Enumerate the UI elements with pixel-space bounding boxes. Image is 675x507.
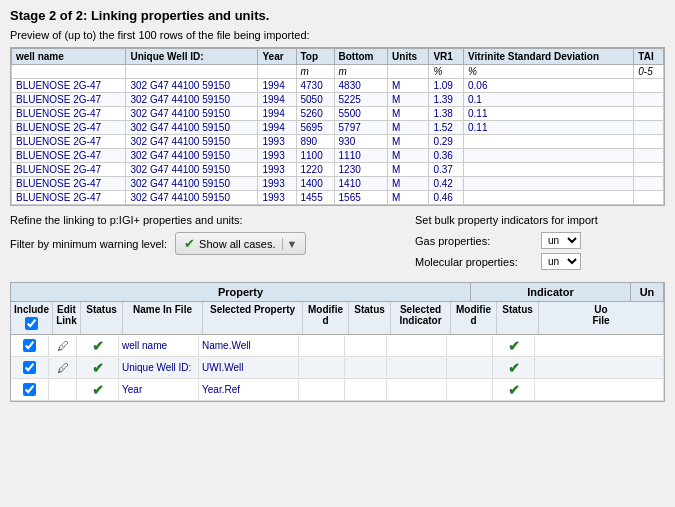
cell-unit-file <box>535 358 664 378</box>
cell-edit[interactable]: 🖊 <box>49 336 77 356</box>
cell-ind-modified <box>447 380 493 400</box>
dropdown-arrow-icon[interactable]: ▼ <box>282 238 298 250</box>
cell-status: ✔ <box>77 380 119 400</box>
cell-modified <box>299 358 345 378</box>
cell-include <box>11 358 49 378</box>
unit-check-icon: ✔ <box>508 338 520 354</box>
include-checkbox[interactable] <box>23 361 36 374</box>
cell-unit-file <box>535 336 664 356</box>
col-ind-selected-header: SelectedIndicator <box>391 302 451 334</box>
cell-ind-status <box>345 336 387 356</box>
col-edit-header: EditLink <box>53 302 81 334</box>
indicator-section-header: Indicator <box>471 283 631 301</box>
cell-ind-modified <box>447 336 493 356</box>
cell-ind-status <box>345 358 387 378</box>
cell-unit-status: ✔ <box>493 336 535 356</box>
col-header-row: Include EditLink Status Name In File Sel… <box>11 302 664 335</box>
preview-table-container: well nameUnique Well ID:YearTopBottomUni… <box>10 47 665 206</box>
cell-selected-property: UWI.Well <box>199 358 299 378</box>
status-check-icon: ✔ <box>92 360 104 376</box>
table-row: 🖊 ✔ well name Name.Well ✔ <box>11 335 664 357</box>
cell-name: well name <box>119 336 199 356</box>
cell-ind-selected <box>387 380 447 400</box>
include-checkbox[interactable] <box>23 383 36 396</box>
table-row: ✔ Year Year.Ref ✔ <box>11 379 664 401</box>
col-unit-status-header: Status <box>497 302 539 334</box>
edit-icon: 🖊 <box>57 339 69 353</box>
cell-unit-status: ✔ <box>493 358 535 378</box>
cell-ind-selected <box>387 336 447 356</box>
cell-modified <box>299 336 345 356</box>
include-checkbox[interactable] <box>23 339 36 352</box>
edit-icon: 🖊 <box>57 361 69 375</box>
cell-name: Unique Well ID: <box>119 358 199 378</box>
table-row: 🖊 ✔ Unique Well ID: UWI.Well ✔ <box>11 357 664 379</box>
property-section-header: Property <box>11 283 471 301</box>
col-include-header: Include <box>11 302 53 334</box>
filter-label: Filter by minimum warning level: <box>10 238 167 250</box>
cell-selected-property: Name.Well <box>199 336 299 356</box>
cell-ind-modified <box>447 358 493 378</box>
linking-table: Property Indicator Un Include EditLink S… <box>10 282 665 402</box>
cell-ind-status <box>345 380 387 400</box>
gas-select[interactable]: un <box>541 232 581 249</box>
subtitle: Preview of (up to) the first 100 rows of… <box>10 29 665 41</box>
status-check-icon: ✔ <box>92 338 104 354</box>
col-selected-header: Selected Property <box>203 302 303 334</box>
cell-unit-status: ✔ <box>493 380 535 400</box>
molecular-select[interactable]: un <box>541 253 581 270</box>
col-ind-modified-header: Modified <box>451 302 497 334</box>
show-cases-button[interactable]: ✔ Show all cases. ▼ <box>175 232 306 255</box>
cell-ind-selected <box>387 358 447 378</box>
col-ind-status-header: Status <box>349 302 391 334</box>
cell-modified <box>299 380 345 400</box>
preview-table: well nameUnique Well ID:YearTopBottomUni… <box>11 48 664 205</box>
check-icon: ✔ <box>184 236 195 251</box>
col-status-header: Status <box>81 302 123 334</box>
gas-label: Gas properties: <box>415 235 535 247</box>
refine-label: Refine the linking to p:IGI+ properties … <box>10 214 415 226</box>
status-check-icon: ✔ <box>92 382 104 398</box>
cell-status: ✔ <box>77 358 119 378</box>
cell-edit[interactable] <box>49 380 77 400</box>
bulk-label: Set bulk property indicators for import <box>415 214 665 226</box>
col-name-header: Name In File <box>123 302 203 334</box>
cell-selected-property: Year.Ref <box>199 380 299 400</box>
units-section-header: Un <box>631 283 664 301</box>
unit-check-icon: ✔ <box>508 382 520 398</box>
cell-edit[interactable]: 🖊 <box>49 358 77 378</box>
col-unit-file-header: UoFile <box>539 302 664 334</box>
cell-include <box>11 336 49 356</box>
cell-name: Year <box>119 380 199 400</box>
unit-check-icon: ✔ <box>508 360 520 376</box>
include-all-checkbox[interactable] <box>25 317 38 330</box>
col-modified-header: Modified <box>303 302 349 334</box>
page-title: Stage 2 of 2: Linking properties and uni… <box>10 8 665 23</box>
cell-unit-file <box>535 380 664 400</box>
show-cases-label: Show all cases. <box>199 238 275 250</box>
cell-include <box>11 380 49 400</box>
molecular-label: Molecular properties: <box>415 256 535 268</box>
cell-status: ✔ <box>77 336 119 356</box>
